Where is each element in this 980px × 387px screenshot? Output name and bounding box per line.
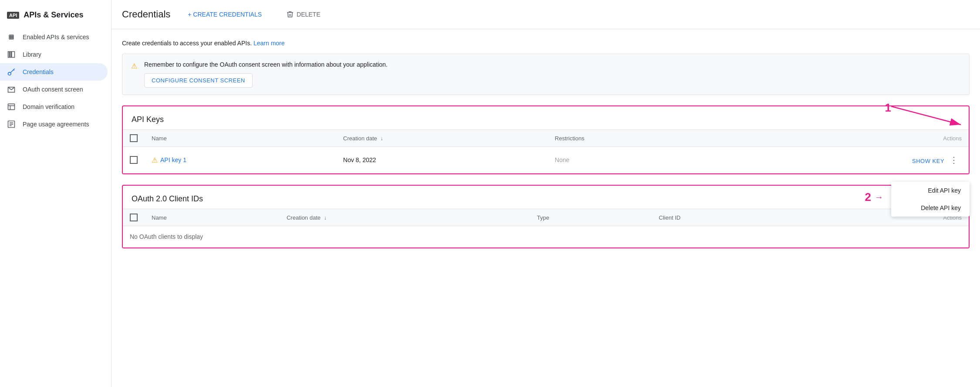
svg-point-12 (8, 72, 11, 75)
oauth-client-id-col: Client ID (652, 209, 818, 226)
api-key-link[interactable]: ⚠ API key 1 (152, 156, 329, 164)
sidebar-item-label: Credentials (23, 68, 54, 75)
table-row: No OAuth clients to display (123, 226, 969, 248)
sort-down-icon: ↓ (380, 136, 383, 142)
learn-more-link[interactable]: Learn more (253, 40, 285, 47)
annotation-2: 2 (865, 190, 871, 204)
svg-line-14 (14, 70, 14, 71)
oauth-creation-date-col: Creation date ↓ (280, 209, 530, 226)
key-icon (7, 68, 16, 76)
row-checkbox[interactable] (130, 156, 138, 164)
page-icon (7, 120, 16, 129)
select-all-checkbox[interactable] (130, 134, 138, 142)
more-options-button[interactable]: ⋮ (946, 152, 962, 168)
sidebar-item-label: Library (23, 51, 41, 58)
actions-col-header: Actions (719, 130, 969, 147)
warning-triangle-icon: ⚠ (131, 62, 137, 70)
warning-icon: ⚠ (152, 156, 158, 164)
alert-content: Remember to configure the OAuth consent … (144, 61, 960, 88)
sidebar-item-label: Page usage agreements (23, 121, 89, 128)
app-logo: API APIs & Services (0, 7, 111, 28)
sidebar-item-domain-verification[interactable]: Domain verification (0, 98, 108, 115)
configure-consent-screen-button[interactable]: CONFIGURE CONSENT SCREEN (144, 73, 253, 88)
sidebar-item-label: Domain verification (23, 103, 74, 110)
oauth-select-all-checkbox[interactable] (130, 214, 138, 221)
svg-rect-10 (10, 51, 11, 57)
page-title: Credentials (122, 9, 170, 20)
api-keys-table: Name Creation date ↓ Restrictions Action… (123, 129, 969, 173)
no-clients-message: No OAuth clients to display (123, 226, 969, 248)
svg-rect-15 (8, 104, 15, 109)
sidebar-item-label: Enabled APIs & services (23, 34, 89, 41)
oauth-name-col: Name (145, 209, 280, 226)
oauth-section: OAuth 2.0 Client IDs Name Creation date … (122, 185, 970, 248)
svg-rect-11 (12, 51, 15, 57)
table-row: ⚠ API key 1 Nov 8, 2022 None SHOW KEY ⋮ (123, 147, 969, 173)
create-credentials-button[interactable]: + CREATE CREDENTIALS (181, 7, 269, 21)
api-keys-title: API Keys (123, 106, 172, 129)
page-header: Credentials + CREATE CREDENTIALS DELETE (112, 0, 980, 29)
delete-button[interactable]: DELETE (279, 7, 327, 22)
oauth-icon (7, 85, 16, 94)
creation-date-col-header: Creation date ↓ (336, 130, 548, 147)
oauth-title: OAuth 2.0 Client IDs (123, 186, 969, 209)
creation-date-cell: Nov 8, 2022 (336, 147, 548, 173)
info-text: Create credentials to access your enable… (122, 40, 970, 47)
content-area: Create credentials to access your enable… (112, 29, 980, 269)
app-title: APIs & Services (24, 10, 83, 20)
oauth-type-col: Type (530, 209, 652, 226)
select-all-col (123, 130, 145, 147)
svg-rect-9 (8, 51, 10, 57)
api-keys-wrapper: API Keys Name Creation date ↓ (122, 105, 970, 174)
api-badge: API (7, 12, 19, 19)
alert-text: Remember to configure the OAuth consent … (144, 61, 960, 68)
key-name-cell: ⚠ API key 1 (145, 147, 336, 173)
sidebar-item-page-usage[interactable]: Page usage agreements (0, 115, 108, 133)
alert-banner: ⚠ Remember to configure the OAuth consen… (122, 54, 970, 95)
oauth-table: Name Creation date ↓ Type Client ID Acti… (123, 209, 969, 248)
name-col-header: Name (145, 130, 336, 147)
sidebar-item-credentials[interactable]: Credentials (0, 63, 108, 81)
sidebar-item-label: OAuth consent screen (23, 86, 83, 93)
delete-api-key-menuitem[interactable]: Delete API key (891, 199, 970, 217)
svg-point-8 (12, 38, 14, 39)
restrictions-cell: None (548, 147, 719, 173)
sidebar-item-oauth-consent[interactable]: OAuth consent screen (0, 81, 108, 98)
grid-icon (7, 33, 16, 41)
main-content: Credentials + CREATE CREDENTIALS DELETE … (112, 0, 980, 387)
edit-api-key-menuitem[interactable]: Edit API key (891, 182, 970, 199)
annotation-2-wrapper: 2 → (865, 190, 883, 204)
delete-icon (286, 10, 294, 18)
sidebar: API APIs & Services Enabled APIs & servi… (0, 0, 112, 387)
sidebar-item-library[interactable]: Library (0, 46, 108, 63)
sidebar-item-enabled-apis[interactable]: Enabled APIs & services (0, 28, 108, 46)
context-menu: Edit API key Delete API key (891, 182, 970, 217)
library-icon (7, 50, 16, 59)
oauth-select-all-col (123, 209, 145, 226)
api-keys-section: API Keys Name Creation date ↓ (122, 105, 970, 174)
show-key-button[interactable]: SHOW KEY (912, 158, 944, 164)
restrictions-col-header: Restrictions (548, 130, 719, 147)
annotation-1: 1 (885, 101, 891, 115)
domain-icon (7, 102, 16, 111)
oauth-sort-icon: ↓ (324, 215, 327, 221)
actions-cell: SHOW KEY ⋮ Edit API key Delete API key (719, 147, 969, 173)
